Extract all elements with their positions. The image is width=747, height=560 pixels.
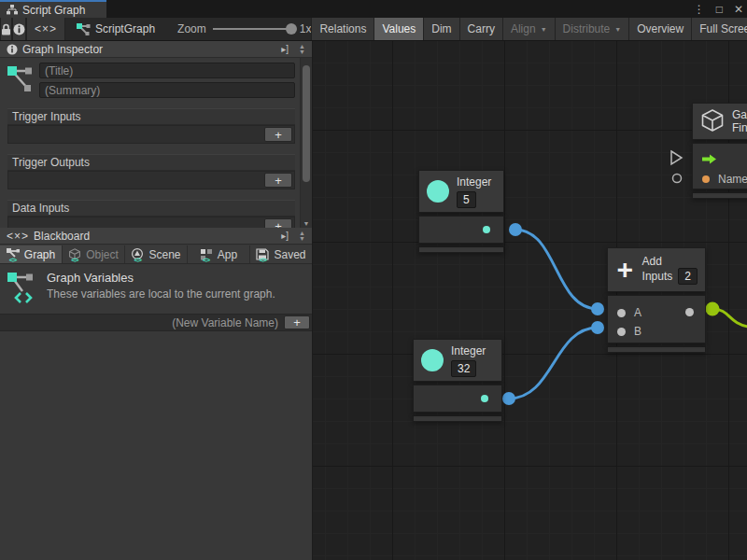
port-data-input-find[interactable] <box>673 175 682 183</box>
port-connected-integer32[interactable] <box>502 392 515 405</box>
tab-script-graph[interactable]: Script Graph <box>0 0 106 18</box>
script-graph-window: Script Graph ⋮ □ ✕ <×> <box>0 0 747 560</box>
trigger-port-icon[interactable] <box>702 154 717 164</box>
wire-integer5-to-a[interactable] <box>515 230 598 309</box>
window-tab-strip: Script Graph ⋮ □ ✕ <box>0 0 747 18</box>
breadcrumb[interactable]: ScriptGraph <box>65 18 164 40</box>
blackboard-title: Blackboard <box>34 230 90 243</box>
integer-type-icon <box>427 180 449 203</box>
new-variable-row: + <box>0 314 312 331</box>
output-port-icon[interactable] <box>483 226 490 233</box>
graph-canvas[interactable]: Integer 5 Integer 32 <box>313 41 747 560</box>
node-add[interactable]: + Add Inputs 2 A <box>607 247 706 353</box>
node-title-line2: Fin <box>732 121 747 134</box>
node-title: Integer <box>457 175 491 189</box>
tab-object[interactable]: <> Object <box>63 245 124 263</box>
dropdown-arrow-icon: ▼ <box>614 26 621 33</box>
inspector-scrollbar[interactable]: ▼ <box>300 58 312 228</box>
code-view-button[interactable]: <×> <box>26 18 65 40</box>
sidebar: Graph Inspector ▸] ▲▼ <box>0 41 313 560</box>
breadcrumb-graph-name: ScriptGraph <box>95 22 155 35</box>
integer-value-field[interactable]: 5 <box>457 191 476 208</box>
graph-summary-input[interactable] <box>39 82 295 98</box>
node-footer <box>607 346 706 353</box>
blackboard-header: <×> Blackboard ▸] ▲▼ <box>0 228 312 245</box>
integer-type-icon <box>421 349 444 371</box>
fullscreen-button[interactable]: Full Screen <box>691 18 747 40</box>
scrollbar-thumb[interactable] <box>303 65 310 182</box>
relations-button[interactable]: Relations <box>311 18 374 40</box>
blackboard-icon: <×> <box>7 230 29 243</box>
port-connected-add-out[interactable] <box>706 302 720 316</box>
scroll-arrows[interactable]: ▲▼ <box>296 231 308 242</box>
zoom-label: Zoom <box>177 22 206 35</box>
trigger-inputs-label: Trigger Inputs <box>7 108 295 125</box>
dock-icon[interactable]: ▸] <box>278 231 291 241</box>
graph-variables-icon: <> <box>7 248 21 260</box>
graph-variables-description: These variables are local to the current… <box>47 287 275 301</box>
integer-value-field[interactable]: 32 <box>451 360 476 377</box>
node-title-line1: Gam <box>732 108 747 121</box>
zoom-value: 1x <box>300 22 312 35</box>
window-menu-icon[interactable]: ⋮ <box>694 3 705 16</box>
scroll-arrows[interactable]: ▲▼ <box>296 44 308 55</box>
graph-title-input[interactable] <box>39 63 295 78</box>
tab-app[interactable]: <> App <box>188 245 249 263</box>
new-variable-input[interactable] <box>0 316 284 329</box>
overview-button[interactable]: Overview <box>628 18 691 40</box>
lock-button[interactable] <box>0 18 12 40</box>
output-port-icon[interactable] <box>481 395 488 402</box>
tab-saved[interactable]: <> Saved <box>250 245 312 263</box>
window-close-icon[interactable]: ✕ <box>734 3 743 16</box>
carry-button[interactable]: Carry <box>459 18 502 40</box>
node-gameobject-find[interactable]: Gam Fin Name <box>692 103 747 199</box>
node-integer-32[interactable]: Integer 32 <box>413 339 502 422</box>
window-maximize-icon[interactable]: □ <box>716 3 723 16</box>
dim-button[interactable]: Dim <box>423 18 458 40</box>
port-connected-add-a[interactable] <box>591 302 604 315</box>
node-body <box>418 216 504 244</box>
zoom-slider-knob[interactable] <box>286 23 297 35</box>
wire-integer32-to-b[interactable] <box>509 328 598 399</box>
name-port-icon[interactable] <box>702 175 710 183</box>
output-port-icon[interactable] <box>685 308 694 316</box>
align-button[interactable]: Align▼ <box>502 18 555 40</box>
node-body: A B <box>607 295 706 343</box>
blackboard-tabs: <> Graph <> Object <box>0 245 312 264</box>
add-variable-button[interactable]: + <box>284 315 310 329</box>
saved-variables-icon: <> <box>256 248 270 260</box>
add-trigger-output-button[interactable]: + <box>264 173 292 188</box>
node-body <box>413 385 502 413</box>
scroll-down-icon[interactable]: ▼ <box>301 220 312 227</box>
input-port-a-icon[interactable] <box>617 309 626 317</box>
tab-title: Script Graph <box>22 4 85 17</box>
scene-variables-icon: <> <box>131 248 145 260</box>
dropdown-arrow-icon: ▼ <box>541 26 547 33</box>
graph-variables-info: Graph Variables These variables are loca… <box>0 265 312 311</box>
add-icon: + <box>615 259 635 280</box>
node-body: Name <box>692 143 747 189</box>
trigger-outputs-list: + <box>7 171 295 189</box>
zoom-control: Zoom 1x <box>164 18 311 40</box>
tab-scene[interactable]: <> Scene <box>125 245 187 263</box>
app-variables-icon: <> <box>200 248 214 260</box>
values-button[interactable]: Values <box>374 18 423 40</box>
zoom-slider[interactable] <box>213 28 293 30</box>
port-trigger-input-find[interactable] <box>671 151 682 164</box>
graph-toolbar: <×> ScriptGraph Zoom 1x Relations Values… <box>0 18 747 41</box>
dock-icon[interactable]: ▸] <box>278 44 291 54</box>
input-port-b-icon[interactable] <box>617 328 626 336</box>
inputs-count-field[interactable]: 2 <box>678 268 698 285</box>
node-integer-5[interactable]: Integer 5 <box>418 170 504 253</box>
info-button[interactable] <box>12 18 26 40</box>
port-connected-add-b[interactable] <box>591 321 604 334</box>
tab-graph[interactable]: <> Graph <box>0 245 62 263</box>
distribute-button[interactable]: Distribute▼ <box>555 18 629 40</box>
add-trigger-input-button[interactable]: + <box>264 127 292 142</box>
trigger-inputs-list: + <box>7 125 295 144</box>
graph-inspector-title: Graph Inspector <box>22 43 103 56</box>
script-graph-icon <box>77 23 91 35</box>
info-icon <box>7 44 18 55</box>
node-title: Integer <box>451 344 486 357</box>
port-connected-integer5[interactable] <box>509 223 522 236</box>
